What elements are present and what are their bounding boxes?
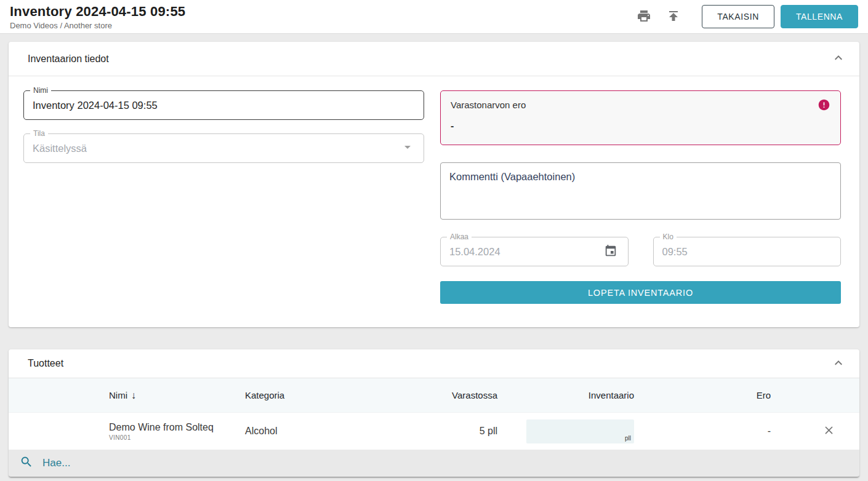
column-header-name-label: Nimi: [109, 390, 127, 400]
row-actions: [771, 421, 859, 441]
stock-value-diff-box: Varastonarvon ero -: [440, 90, 841, 145]
product-code: VIN001: [109, 434, 245, 441]
product-category: Alcohol: [245, 426, 443, 437]
column-header-in-stock: Varastossa: [443, 390, 497, 400]
chevron-up-icon: [831, 50, 846, 67]
product-name-cell: Demo Wine from Solteq VIN001: [109, 422, 245, 441]
status-value: Käsittelyssä: [33, 143, 400, 154]
name-input[interactable]: [33, 100, 415, 111]
search-icon: [20, 455, 33, 471]
name-field-label: Nimi: [30, 86, 51, 95]
arrow-down-icon: ↓: [131, 390, 136, 401]
details-left-column: Nimi Tila Käsittelyssä: [23, 90, 424, 304]
upload-button[interactable]: [661, 4, 686, 29]
upload-icon: [666, 9, 681, 25]
details-collapse-button[interactable]: [826, 47, 851, 71]
time-input[interactable]: [662, 246, 832, 258]
product-in-stock: 5 pll: [443, 426, 497, 437]
calendar-button[interactable]: [602, 243, 619, 260]
start-date-label: Alkaa: [447, 233, 472, 241]
column-header-inventory: Inventaario: [497, 390, 634, 400]
remove-row-button[interactable]: [819, 421, 838, 441]
time-field[interactable]: Klo: [653, 237, 842, 266]
inventory-count-input[interactable]: [526, 419, 634, 443]
status-field-label: Tila: [30, 129, 48, 138]
chevron-up-icon: [831, 356, 846, 372]
search-input[interactable]: [42, 457, 848, 469]
print-icon: [637, 9, 651, 25]
products-header: Tuotteet: [9, 349, 859, 378]
start-date-field[interactable]: Alkaa: [440, 237, 629, 266]
products-panel: Tuotteet Nimi ↓ Kategoria Varastossa Inv…: [9, 349, 859, 477]
date-time-row: Alkaa Klo: [440, 237, 841, 266]
products-title: Tuotteet: [28, 358, 63, 369]
save-button[interactable]: TALLENNA: [781, 5, 858, 28]
app-header: Inventory 2024-04-15 09:55 Demo Videos /…: [0, 0, 868, 34]
inventory-details-title: Inventaarion tiedot: [28, 54, 109, 65]
products-collapse-button[interactable]: [826, 351, 851, 376]
comment-textarea[interactable]: [440, 162, 841, 220]
close-icon: [822, 424, 835, 439]
breadcrumb: Demo Videos / Another store: [10, 21, 185, 30]
inventory-details-header: Inventaarion tiedot: [9, 42, 859, 76]
calendar-icon: [604, 244, 617, 260]
inventory-details-body: Nimi Tila Käsittelyssä Varastonarvon ero…: [9, 76, 859, 327]
print-button[interactable]: [632, 4, 656, 29]
column-header-difference: Ero: [634, 390, 771, 400]
stock-value-diff-label: Varastonarvon ero: [451, 100, 830, 110]
table-row: Demo Wine from Solteq VIN001 Alcohol 5 p…: [9, 413, 859, 450]
chevron-down-icon: [400, 140, 415, 157]
product-difference: -: [634, 426, 771, 437]
details-right-column: Varastonarvon ero - Alkaa: [440, 90, 841, 304]
start-date-input[interactable]: [449, 246, 602, 258]
time-field-label: Klo: [660, 233, 677, 241]
products-table-header: Nimi ↓ Kategoria Varastossa Inventaario …: [9, 378, 859, 413]
product-name: Demo Wine from Solteq: [109, 422, 245, 433]
main-content: Inventaarion tiedot Nimi Tila Käsittelys…: [0, 34, 868, 477]
product-search-bar: [9, 450, 859, 477]
header-actions: TAKAISIN TALLENNA: [627, 4, 858, 29]
page-title: Inventory 2024-04-15 09:55: [10, 4, 185, 20]
error-exclamation-icon: [818, 98, 830, 114]
inventory-input-wrap: pll: [526, 419, 634, 443]
column-header-name[interactable]: Nimi ↓: [109, 390, 245, 401]
header-titles: Inventory 2024-04-15 09:55 Demo Videos /…: [10, 4, 185, 30]
inventory-cell: pll: [497, 419, 634, 443]
name-field: Nimi: [23, 90, 424, 120]
status-field[interactable]: Tila Käsittelyssä: [23, 133, 424, 163]
column-header-category: Kategoria: [245, 390, 443, 400]
finish-inventory-button[interactable]: LOPETA INVENTAARIO: [440, 281, 841, 304]
inventory-details-panel: Inventaarion tiedot Nimi Tila Käsittelys…: [9, 42, 859, 327]
inventory-unit-label: pll: [625, 435, 631, 442]
stock-value-diff-value: -: [451, 121, 830, 132]
back-button[interactable]: TAKAISIN: [702, 5, 774, 28]
